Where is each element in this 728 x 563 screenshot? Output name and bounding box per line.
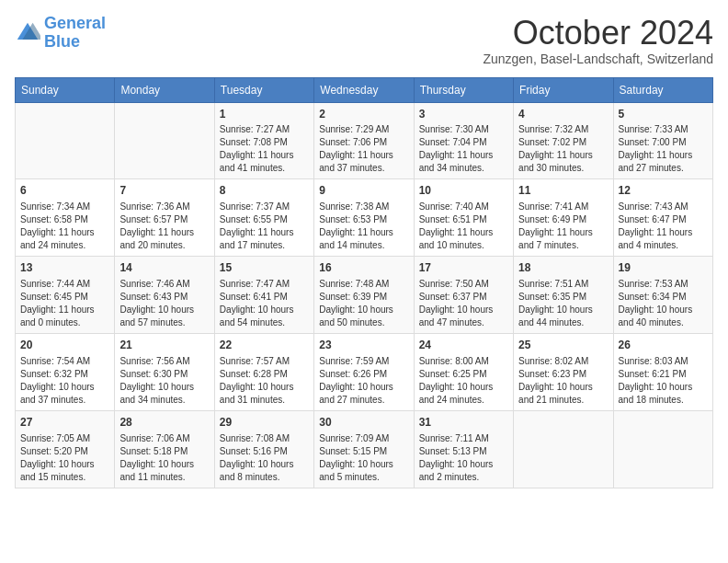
cell-content: Sunrise: 7:06 AM Sunset: 5:18 PM Dayligh… [119,432,209,484]
calendar-cell: 25Sunrise: 8:02 AM Sunset: 6:23 PM Dayli… [514,333,613,410]
calendar-cell: 15Sunrise: 7:47 AM Sunset: 6:41 PM Dayli… [214,257,313,334]
cell-content: Sunrise: 8:00 AM Sunset: 6:25 PM Dayligh… [419,355,508,407]
day-number: 5 [619,107,708,122]
calendar-cell: 30Sunrise: 7:09 AM Sunset: 5:15 PM Dayli… [314,410,414,488]
day-number: 4 [518,107,608,122]
day-number: 10 [419,183,508,199]
calendar-cell: 17Sunrise: 7:50 AM Sunset: 6:37 PM Dayli… [414,257,513,334]
day-number: 1 [220,107,309,122]
day-number: 18 [518,260,608,276]
day-number: 28 [119,415,209,431]
day-number: 12 [619,183,708,199]
page-header: General Blue October 2024 Zunzgen, Basel… [15,15,713,66]
cell-content: Sunrise: 7:09 AM Sunset: 5:15 PM Dayligh… [319,432,408,484]
cell-content: Sunrise: 7:59 AM Sunset: 6:26 PM Dayligh… [319,355,408,407]
day-number: 27 [20,415,109,431]
day-number: 19 [619,260,708,276]
cell-content: Sunrise: 7:51 AM Sunset: 6:35 PM Dayligh… [518,278,608,329]
day-number: 17 [419,260,508,276]
cell-content: Sunrise: 7:38 AM Sunset: 6:53 PM Dayligh… [319,201,408,252]
calendar-cell: 6Sunrise: 7:34 AM Sunset: 6:58 PM Daylig… [16,179,115,257]
title-section: October 2024 Zunzgen, Basel-Landschaft, … [483,15,713,66]
cell-content: Sunrise: 7:05 AM Sunset: 5:20 PM Dayligh… [20,432,109,484]
cell-content: Sunrise: 7:37 AM Sunset: 6:55 PM Dayligh… [220,201,309,252]
cell-content: Sunrise: 7:43 AM Sunset: 6:47 PM Dayligh… [619,201,708,252]
calendar-cell: 24Sunrise: 8:00 AM Sunset: 6:25 PM Dayli… [414,333,513,410]
cell-content: Sunrise: 7:11 AM Sunset: 5:13 PM Dayligh… [419,432,508,484]
day-number: 6 [20,183,109,199]
cell-content: Sunrise: 7:33 AM Sunset: 7:00 PM Dayligh… [619,123,708,175]
calendar-cell [613,410,712,488]
calendar-cell: 19Sunrise: 7:53 AM Sunset: 6:34 PM Dayli… [613,257,712,334]
calendar-cell: 18Sunrise: 7:51 AM Sunset: 6:35 PM Dayli… [514,257,613,334]
calendar-cell: 10Sunrise: 7:40 AM Sunset: 6:51 PM Dayli… [414,179,513,257]
cell-content: Sunrise: 7:40 AM Sunset: 6:51 PM Dayligh… [419,201,508,252]
calendar-week-2: 6Sunrise: 7:34 AM Sunset: 6:58 PM Daylig… [16,179,713,257]
day-number: 3 [419,107,508,122]
calendar-cell: 26Sunrise: 8:03 AM Sunset: 6:21 PM Dayli… [613,333,712,410]
day-header-wednesday: Wednesday [314,77,414,102]
day-number: 25 [518,338,608,353]
day-number: 15 [220,260,309,276]
day-header-tuesday: Tuesday [214,77,313,102]
cell-content: Sunrise: 7:29 AM Sunset: 7:06 PM Dayligh… [319,123,408,175]
cell-content: Sunrise: 7:34 AM Sunset: 6:58 PM Dayligh… [20,201,109,252]
day-number: 26 [619,338,708,353]
cell-content: Sunrise: 7:57 AM Sunset: 6:28 PM Dayligh… [220,355,309,407]
day-number: 14 [119,260,209,276]
calendar-cell: 11Sunrise: 7:41 AM Sunset: 6:49 PM Dayli… [514,179,613,257]
calendar-cell: 13Sunrise: 7:44 AM Sunset: 6:45 PM Dayli… [16,257,115,334]
day-number: 9 [319,183,408,199]
calendar-cell: 8Sunrise: 7:37 AM Sunset: 6:55 PM Daylig… [214,179,313,257]
calendar-cell: 16Sunrise: 7:48 AM Sunset: 6:39 PM Dayli… [314,257,414,334]
cell-content: Sunrise: 8:02 AM Sunset: 6:23 PM Dayligh… [518,355,608,407]
calendar-cell: 4Sunrise: 7:32 AM Sunset: 7:02 PM Daylig… [514,102,613,179]
calendar-cell [115,102,214,179]
calendar-cell: 28Sunrise: 7:06 AM Sunset: 5:18 PM Dayli… [115,410,214,488]
cell-content: Sunrise: 7:30 AM Sunset: 7:04 PM Dayligh… [419,123,508,175]
day-number: 30 [319,415,408,431]
calendar-cell: 31Sunrise: 7:11 AM Sunset: 5:13 PM Dayli… [414,410,513,488]
day-header-friday: Friday [514,77,613,102]
cell-content: Sunrise: 7:48 AM Sunset: 6:39 PM Dayligh… [319,278,408,329]
day-number: 23 [319,338,408,353]
calendar-cell: 21Sunrise: 7:56 AM Sunset: 6:30 PM Dayli… [115,333,214,410]
day-number: 13 [20,260,109,276]
calendar-cell: 1Sunrise: 7:27 AM Sunset: 7:08 PM Daylig… [214,102,313,179]
calendar-week-4: 20Sunrise: 7:54 AM Sunset: 6:32 PM Dayli… [16,333,713,410]
calendar-table: SundayMondayTuesdayWednesdayThursdayFrid… [15,77,713,488]
day-header-thursday: Thursday [414,77,513,102]
day-number: 11 [518,183,608,199]
calendar-cell: 3Sunrise: 7:30 AM Sunset: 7:04 PM Daylig… [414,102,513,179]
cell-content: Sunrise: 7:27 AM Sunset: 7:08 PM Dayligh… [220,123,309,175]
calendar-cell: 12Sunrise: 7:43 AM Sunset: 6:47 PM Dayli… [613,179,712,257]
calendar-cell: 5Sunrise: 7:33 AM Sunset: 7:00 PM Daylig… [613,102,712,179]
calendar-week-1: 1Sunrise: 7:27 AM Sunset: 7:08 PM Daylig… [16,102,713,179]
cell-content: Sunrise: 7:08 AM Sunset: 5:16 PM Dayligh… [220,432,309,484]
cell-content: Sunrise: 7:36 AM Sunset: 6:57 PM Dayligh… [119,201,209,252]
day-number: 2 [319,107,408,122]
calendar-week-5: 27Sunrise: 7:05 AM Sunset: 5:20 PM Dayli… [16,410,713,488]
day-number: 20 [20,338,109,353]
logo-icon [15,20,40,46]
calendar-cell: 27Sunrise: 7:05 AM Sunset: 5:20 PM Dayli… [16,410,115,488]
cell-content: Sunrise: 7:32 AM Sunset: 7:02 PM Dayligh… [518,123,608,175]
calendar-header-row: SundayMondayTuesdayWednesdayThursdayFrid… [16,77,713,102]
month-title: October 2024 [483,15,713,52]
cell-content: Sunrise: 7:54 AM Sunset: 6:32 PM Dayligh… [20,355,109,407]
calendar-cell: 20Sunrise: 7:54 AM Sunset: 6:32 PM Dayli… [16,333,115,410]
day-header-saturday: Saturday [613,77,712,102]
logo-text: General Blue [44,15,106,52]
cell-content: Sunrise: 7:41 AM Sunset: 6:49 PM Dayligh… [518,201,608,252]
day-header-sunday: Sunday [16,77,115,102]
cell-content: Sunrise: 7:56 AM Sunset: 6:30 PM Dayligh… [119,355,209,407]
cell-content: Sunrise: 7:47 AM Sunset: 6:41 PM Dayligh… [220,278,309,329]
calendar-cell [514,410,613,488]
day-number: 16 [319,260,408,276]
calendar-cell: 22Sunrise: 7:57 AM Sunset: 6:28 PM Dayli… [214,333,313,410]
day-number: 31 [419,415,508,431]
calendar-week-3: 13Sunrise: 7:44 AM Sunset: 6:45 PM Dayli… [16,257,713,334]
day-number: 21 [119,338,209,353]
day-number: 24 [419,338,508,353]
calendar-cell: 7Sunrise: 7:36 AM Sunset: 6:57 PM Daylig… [115,179,214,257]
